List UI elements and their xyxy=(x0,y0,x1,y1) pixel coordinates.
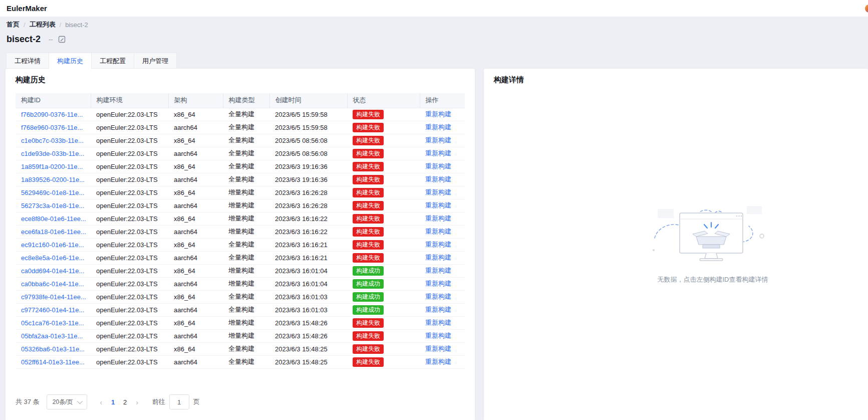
action-cell: 重新构建 xyxy=(420,160,465,173)
rebuild-link[interactable]: 重新构建 xyxy=(425,319,451,326)
goto-page-input[interactable] xyxy=(169,394,189,409)
table-header-row: 构建ID构建环境架构构建类型创建时间状态操作 xyxy=(16,93,465,108)
rebuild-link[interactable]: 重新构建 xyxy=(425,267,451,274)
build-arch-cell: x86_64 xyxy=(168,134,223,147)
empty-state-text: 无数据，点击左侧构建ID查看构建详情 xyxy=(613,275,813,284)
prev-page-button[interactable]: ‹ xyxy=(95,398,107,406)
user-avatar[interactable] xyxy=(865,5,868,13)
page-number[interactable]: 1 xyxy=(107,398,119,406)
rebuild-link[interactable]: 重新构建 xyxy=(425,110,451,118)
rebuild-link[interactable]: 重新构建 xyxy=(425,136,451,144)
status-badge: 构建失败 xyxy=(353,357,384,367)
build-id-cell: ec8e8e5a-01e6-11e... xyxy=(16,251,91,264)
build-id-link[interactable]: ec91c160-01e6-11e... xyxy=(21,241,84,249)
build-time-cell: 2023/6/3 16:01:03 xyxy=(269,290,347,303)
build-id-link[interactable]: 05c1ca76-01e3-11e... xyxy=(21,319,84,327)
page-size-select[interactable]: 20条/页 xyxy=(47,394,87,409)
rebuild-link[interactable]: 重新构建 xyxy=(425,175,451,183)
build-id-link[interactable]: 052ff614-01e3-11ee... xyxy=(21,358,85,366)
build-id-link[interactable]: 05bfa2aa-01e3-11e... xyxy=(21,332,83,340)
status-cell: 构建失败 xyxy=(347,147,420,160)
build-id-link[interactable]: ca0dd694-01e4-11e... xyxy=(21,267,84,275)
rebuild-link[interactable]: 重新构建 xyxy=(425,358,451,365)
rebuild-link[interactable]: 重新构建 xyxy=(425,345,451,352)
action-cell: 重新构建 xyxy=(420,212,465,225)
build-id-link[interactable]: 1a839526-0200-11e... xyxy=(21,176,85,183)
rebuild-link[interactable]: 重新构建 xyxy=(425,306,451,313)
build-id-cell: c1de93de-033b-11e... xyxy=(16,147,91,160)
column-header: 构建环境 xyxy=(91,93,168,108)
table-row: ca0bba6c-01e4-11e...openEuler:22.03-LTSa… xyxy=(16,277,465,290)
build-id-link[interactable]: ca0bba6c-01e4-11e... xyxy=(21,280,84,288)
build-time-cell: 2023/6/3 16:26:28 xyxy=(269,186,347,199)
tab[interactable]: 工程详情 xyxy=(6,53,49,69)
build-id-link[interactable]: 5629469c-01e8-11e... xyxy=(21,189,84,196)
build-id-link[interactable]: c1de93de-033b-11e... xyxy=(21,150,84,157)
page-title: bisect-2 xyxy=(7,34,41,45)
build-arch-cell: aarch64 xyxy=(168,303,223,316)
rebuild-link[interactable]: 重新构建 xyxy=(425,293,451,300)
build-time-cell: 2023/6/5 08:56:08 xyxy=(269,134,347,147)
build-env-cell: openEuler:22.03-LTS xyxy=(91,225,168,238)
build-id-link[interactable]: ece8f80e-01e6-11ee... xyxy=(21,215,86,223)
status-cell: 构建失败 xyxy=(347,160,420,173)
rebuild-link[interactable]: 重新构建 xyxy=(425,123,451,131)
build-id-link[interactable]: 05326ba6-01e3-11e... xyxy=(21,345,85,353)
page-number[interactable]: 2 xyxy=(119,398,131,406)
empty-state: 无数据，点击左侧构建ID查看构建详情 xyxy=(613,205,813,284)
next-page-button[interactable]: › xyxy=(131,398,143,406)
build-id-link[interactable]: 56273c3a-01e8-11e... xyxy=(21,202,84,209)
rebuild-link[interactable]: 重新构建 xyxy=(425,332,451,339)
build-id-link[interactable]: c97938fe-01e4-11ee... xyxy=(21,293,86,301)
build-arch-cell: aarch64 xyxy=(168,355,223,368)
build-id-link[interactable]: f76b2090-0376-11e... xyxy=(21,111,83,118)
table-row: ece8f80e-01e6-11ee...openEuler:22.03-LTS… xyxy=(16,212,465,225)
table-row: c1e0bc7c-033b-11e...openEuler:22.03-LTSx… xyxy=(16,134,465,147)
build-time-cell: 2023/6/3 15:48:25 xyxy=(269,342,347,355)
breadcrumb-item[interactable]: 工程列表 xyxy=(30,20,56,29)
rebuild-link[interactable]: 重新构建 xyxy=(425,162,451,170)
build-id-cell: 05bfa2aa-01e3-11e... xyxy=(16,329,91,342)
empty-monitor-illustration xyxy=(648,205,778,266)
build-arch-cell: x86_64 xyxy=(168,186,223,199)
build-id-link[interactable]: ece6fa18-01e6-11ee... xyxy=(21,228,86,236)
status-badge: 构建失败 xyxy=(353,175,384,184)
build-type-cell: 全量构建 xyxy=(223,160,269,173)
action-cell: 重新构建 xyxy=(420,121,465,134)
build-env-cell: openEuler:22.03-LTS xyxy=(91,212,168,225)
rebuild-link[interactable]: 重新构建 xyxy=(425,188,451,196)
build-env-cell: openEuler:22.03-LTS xyxy=(91,134,168,147)
goto-unit: 页 xyxy=(193,397,200,406)
rebuild-link[interactable]: 重新构建 xyxy=(425,201,451,209)
status-cell: 构建成功 xyxy=(347,290,420,303)
action-cell: 重新构建 xyxy=(420,355,465,368)
build-env-cell: openEuler:22.03-LTS xyxy=(91,303,168,316)
build-type-cell: 全量构建 xyxy=(223,238,269,251)
rebuild-link[interactable]: 重新构建 xyxy=(425,149,451,157)
build-id-link[interactable]: 1a859f1a-0200-11e... xyxy=(21,163,83,170)
build-id-link[interactable]: c1e0bc7c-033b-11e... xyxy=(21,137,84,144)
status-cell: 构建失败 xyxy=(347,329,420,342)
build-arch-cell: x86_64 xyxy=(168,316,223,329)
rebuild-link[interactable]: 重新构建 xyxy=(425,254,451,261)
tab[interactable]: 构建历史 xyxy=(49,53,92,69)
status-badge: 构建失败 xyxy=(353,149,384,158)
edit-icon[interactable] xyxy=(58,36,66,43)
rebuild-link[interactable]: 重新构建 xyxy=(425,241,451,248)
tab[interactable]: 用户管理 xyxy=(134,53,177,69)
tab[interactable]: 工程配置 xyxy=(91,53,134,69)
build-time-cell: 2023/6/5 08:56:08 xyxy=(269,147,347,160)
rebuild-link[interactable]: 重新构建 xyxy=(425,215,451,222)
build-type-cell: 增量构建 xyxy=(223,212,269,225)
build-id-link[interactable]: f768e960-0376-11e... xyxy=(21,124,83,131)
build-env-cell: openEuler:22.03-LTS xyxy=(91,160,168,173)
build-time-cell: 2023/6/5 15:59:58 xyxy=(269,108,347,121)
breadcrumb-item[interactable]: 首页 xyxy=(7,20,20,29)
table-row: 1a859f1a-0200-11e...openEuler:22.03-LTSx… xyxy=(16,160,465,173)
build-id-link[interactable]: c9772460-01e4-11e... xyxy=(21,306,84,314)
rebuild-link[interactable]: 重新构建 xyxy=(425,228,451,235)
build-id-link[interactable]: ec8e8e5a-01e6-11e... xyxy=(21,254,84,262)
build-env-cell: openEuler:22.03-LTS xyxy=(91,329,168,342)
rebuild-link[interactable]: 重新构建 xyxy=(425,280,451,287)
action-cell: 重新构建 xyxy=(420,134,465,147)
